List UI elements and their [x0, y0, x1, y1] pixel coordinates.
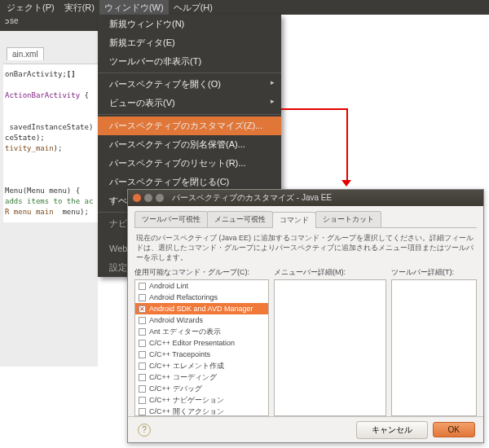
- list-item-label: C/C++ Tracepoints: [149, 349, 210, 359]
- menu-window[interactable]: ウィンドウ(W): [99, 0, 169, 15]
- groups-label: 使用可能なコマンド・グループ(C):: [134, 267, 269, 279]
- menu-item[interactable]: パースペクティブの別名保管(A)...: [98, 135, 281, 154]
- menu-run[interactable]: 実行(R): [59, 0, 99, 15]
- menu-detail-label: メニューバー詳細(M):: [274, 267, 386, 279]
- tab-shortcut[interactable]: ショートカット: [315, 211, 381, 227]
- checkbox[interactable]: [139, 397, 146, 404]
- checkbox[interactable]: [139, 305, 146, 313]
- toolbar-detail-column: ツールバー詳細(T):: [391, 267, 477, 416]
- callout-arrow: [346, 108, 348, 182]
- menubar: ジェクト(P) 実行(R) ウィンドウ(W) ヘルプ(H): [0, 0, 489, 15]
- list-item[interactable]: C/C++ コーディング: [135, 371, 268, 383]
- list-item-label: Android Lint: [149, 281, 188, 291]
- checkbox[interactable]: [139, 340, 146, 347]
- list-item-label: C/C++ 開くアクション: [149, 406, 224, 416]
- menu-item[interactable]: パースペクティブのリセット(R)...: [98, 154, 281, 173]
- close-icon[interactable]: [133, 194, 141, 202]
- tab-toolbar-visibility[interactable]: ツールバー可視性: [134, 211, 208, 227]
- menu-help[interactable]: ヘルプ(H): [169, 0, 218, 15]
- list-item-label: Ant エディターの表示: [149, 327, 221, 336]
- menu-item[interactable]: ツールバーの非表示(T): [98, 52, 281, 71]
- list-item-label: C/C++ デバッグ: [149, 384, 202, 393]
- list-item[interactable]: Android Wizards: [135, 314, 268, 326]
- dialog-tabs: ツールバー可視性 メニュー可視性 コマンド ショートカット: [134, 211, 477, 228]
- list-item-label: Android SDK and AVD Manager: [149, 304, 253, 314]
- checkbox[interactable]: [139, 351, 146, 358]
- dialog-button-row: ? キャンセル OK: [128, 416, 483, 442]
- list-item[interactable]: Android SDK and AVD Manager: [135, 303, 268, 314]
- list-item[interactable]: Android Lint: [135, 280, 268, 292]
- menu-separator: [98, 72, 281, 73]
- menu-item[interactable]: ビューの表示(V): [98, 94, 281, 112]
- help-icon[interactable]: ?: [138, 424, 151, 437]
- ok-button[interactable]: OK: [433, 422, 475, 437]
- cancel-button[interactable]: キャンセル: [356, 421, 428, 439]
- callout-arrow-head: [341, 180, 351, 187]
- menu-detail-list[interactable]: [274, 279, 386, 416]
- list-item-label: Android Wizards: [149, 315, 203, 325]
- list-item[interactable]: C/C++ ナビゲーション: [135, 394, 268, 406]
- dialog-body: ツールバー可視性 メニュー可視性 コマンド ショートカット 現在のパースペクティ…: [128, 206, 483, 416]
- menu-item[interactable]: パースペクティブのカスタマイズ(Z)...: [98, 116, 281, 135]
- list-item[interactable]: C/C++ 開くアクション: [135, 406, 268, 416]
- tab-menu-visibility[interactable]: メニュー可視性: [207, 211, 273, 227]
- editor-tab[interactable]: ain.xml: [7, 47, 44, 60]
- menu-project[interactable]: ジェクト(P): [2, 0, 59, 15]
- maximize-icon[interactable]: [156, 194, 164, 202]
- checkbox[interactable]: [139, 328, 146, 336]
- menu-separator: [98, 114, 281, 115]
- list-item-label: C/C++ ナビゲーション: [149, 395, 224, 405]
- checkbox[interactable]: [139, 408, 146, 415]
- menu-item[interactable]: 新規ウィンドウ(N): [98, 15, 281, 33]
- list-item-label: C/C++ コーディング: [149, 372, 217, 382]
- toolbar-detail-list[interactable]: [391, 279, 477, 416]
- dialog-titlebar: パースペクティブのカスタマイズ - Java EE: [128, 190, 483, 206]
- list-item[interactable]: C/C++ エレメント作成: [135, 360, 268, 371]
- toolbar-detail-label: ツールバー詳細(T):: [391, 267, 477, 279]
- dialog-columns: 使用可能なコマンド・グループ(C): Android LintAndroid R…: [134, 267, 477, 416]
- checkbox[interactable]: [139, 385, 146, 393]
- checkbox[interactable]: [139, 294, 146, 301]
- list-item-label: C/C++ エレメント作成: [149, 361, 224, 371]
- customize-perspective-dialog: パースペクティブのカスタマイズ - Java EE ツールバー可視性 メニュー可…: [127, 189, 484, 443]
- checkbox[interactable]: [139, 317, 146, 324]
- list-item[interactable]: C/C++ Editor Presentation: [135, 337, 268, 349]
- checkbox[interactable]: [139, 374, 146, 381]
- checkbox[interactable]: [139, 283, 146, 290]
- list-item-label: C/C++ Editor Presentation: [149, 338, 235, 348]
- tab-command[interactable]: コマンド: [272, 212, 316, 228]
- list-item[interactable]: Android Refactorings: [135, 292, 268, 303]
- dialog-title: パースペクティブのカスタマイズ - Java EE: [172, 192, 332, 204]
- groups-column: 使用可能なコマンド・グループ(C): Android LintAndroid R…: [134, 267, 269, 416]
- callout-arrow: [281, 108, 346, 110]
- checkbox[interactable]: [139, 362, 146, 370]
- menu-item[interactable]: パースペクティブを開く(O): [98, 75, 281, 94]
- list-item[interactable]: C/C++ デバッグ: [135, 383, 268, 394]
- dialog-description: 現在のパースペクティブ (Java EE) に追加するコマンド・グループを選択し…: [134, 228, 477, 267]
- toolbar-fragment: ɔse: [0, 15, 98, 31]
- list-item[interactable]: Ant エディターの表示: [135, 326, 268, 337]
- menu-detail-column: メニューバー詳細(M):: [274, 267, 386, 416]
- list-item-label: Android Refactorings: [149, 292, 218, 302]
- groups-list[interactable]: Android LintAndroid RefactoringsAndroid …: [134, 279, 269, 416]
- list-item[interactable]: C/C++ Tracepoints: [135, 349, 268, 360]
- minimize-icon[interactable]: [144, 194, 152, 202]
- menu-item[interactable]: 新規エディタ(E): [98, 33, 281, 52]
